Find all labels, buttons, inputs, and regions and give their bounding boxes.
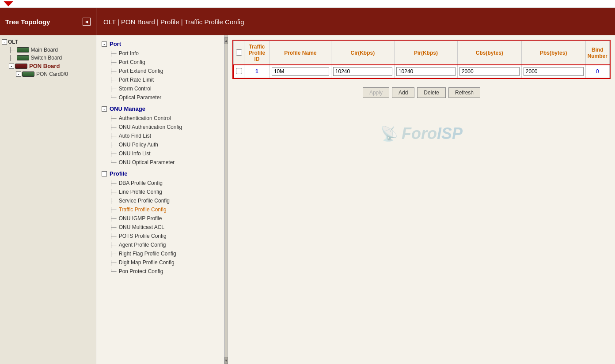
tree-item-olt[interactable]: - OLT xyxy=(2,38,94,46)
row-1-profile-name-cell[interactable] xyxy=(270,65,331,78)
tree-item-pon-card[interactable]: - PON Card0/0 xyxy=(2,70,94,78)
nav-item-traffic-profile[interactable]: Traffic Profile Config xyxy=(96,205,224,214)
main-board-icon xyxy=(17,47,29,53)
nav-item-onu-auth-config[interactable]: ONU Authentication Config xyxy=(96,123,224,131)
port-section-label: Port xyxy=(110,41,121,47)
onu-manage-expand-icon[interactable]: - xyxy=(102,106,107,112)
row-1-pir-input[interactable] xyxy=(396,67,456,76)
refresh-button[interactable]: Refresh xyxy=(448,87,480,98)
port-section-header[interactable]: - Port xyxy=(96,39,224,49)
nav-item-port-rate-limit[interactable]: Port Rate Limit xyxy=(96,75,224,84)
onu-manage-section-label: ONU Manage xyxy=(110,105,145,112)
row-1-pbs-cell[interactable] xyxy=(521,65,585,78)
split-pane: - Port Port Info Port Config Port Extend… xyxy=(96,35,615,364)
nav-item-pon-protect[interactable]: Pon Protect Config xyxy=(96,267,224,276)
watermark: 📡 ForoISP xyxy=(232,124,611,143)
col-header-profile-id: TrafficProfile ID xyxy=(244,41,270,65)
pon-board-expand[interactable]: - xyxy=(9,64,14,69)
pon-board-label: PON Board xyxy=(29,63,60,69)
scroll-divider: ▲ ▼ xyxy=(224,35,228,364)
nav-section-profile: - Profile DBA Profile Config Line Profil… xyxy=(96,169,224,276)
nav-item-auth-control[interactable]: Authentication Control xyxy=(96,114,224,123)
tree-item-switch-board[interactable]: ├─ Switch Board xyxy=(2,54,94,62)
nav-section-onu-manage: - ONU Manage Authentication Control ONU … xyxy=(96,104,224,167)
col-header-pir: Pir(Kbps) xyxy=(394,41,457,65)
sidebar-header: Tree Topology ◄ xyxy=(0,8,96,35)
watermark-text: ForoISP xyxy=(402,124,463,143)
pon-card-icon xyxy=(22,71,34,77)
row-1-pbs-input[interactable] xyxy=(524,67,584,76)
content-header: OLT | PON Board | Profile | Traffic Prof… xyxy=(96,8,615,35)
nav-item-optical-parameter[interactable]: Optical Parameter xyxy=(96,93,224,102)
pon-board-icon xyxy=(15,64,27,69)
nav-section-port: - Port Port Info Port Config Port Extend… xyxy=(96,39,224,102)
row-1-cir-input[interactable] xyxy=(333,67,392,76)
select-all-checkbox[interactable] xyxy=(236,49,242,56)
profile-section-header[interactable]: - Profile xyxy=(96,169,224,179)
tree-item-pon-board[interactable]: - PON Board xyxy=(2,62,94,70)
table-container: TrafficProfile ID Profile Name Cir(Kbps)… xyxy=(232,40,611,79)
delete-button[interactable]: Delete xyxy=(417,87,446,98)
button-row: Apply Add Delete Refresh xyxy=(232,87,611,98)
sidebar-title: Tree Topology xyxy=(5,18,50,26)
port-expand-icon[interactable]: - xyxy=(102,41,107,47)
nav-item-onu-igmp-profile[interactable]: ONU IGMP Profile xyxy=(96,214,224,223)
top-bar xyxy=(0,0,615,8)
nav-item-digit-map-profile[interactable]: Digit Map Profile Config xyxy=(96,258,224,267)
onu-manage-section-header[interactable]: - ONU Manage xyxy=(96,104,224,114)
main-board-label: Main Board xyxy=(31,47,58,53)
nav-pane: - Port Port Info Port Config Port Extend… xyxy=(96,35,224,364)
top-logo xyxy=(4,1,13,7)
switch-board-icon xyxy=(17,55,29,60)
pon-card-expand[interactable]: - xyxy=(16,71,21,77)
nav-item-right-flag-profile[interactable]: Right Flag Profile Config xyxy=(96,249,224,258)
profile-expand-icon[interactable]: - xyxy=(102,171,107,176)
watermark-icon: 📡 xyxy=(380,125,398,142)
nav-item-port-extend-config[interactable]: Port Extend Config xyxy=(96,67,224,75)
nav-item-port-info[interactable]: Port Info xyxy=(96,49,224,58)
nav-item-onu-multicast-acl[interactable]: ONU Multicast ACL xyxy=(96,223,224,232)
scroll-up-btn[interactable]: ▲ xyxy=(224,37,228,44)
profile-section-label: Profile xyxy=(110,170,127,177)
table-row: 1 xyxy=(234,65,610,78)
row-1-cbs-input[interactable] xyxy=(459,67,520,76)
row-1-profile-name-input[interactable] xyxy=(272,67,329,76)
nav-item-line-profile[interactable]: Line Profile Config xyxy=(96,188,224,196)
main-pane: TrafficProfile ID Profile Name Cir(Kbps)… xyxy=(228,35,615,364)
sidebar: Tree Topology ◄ - OLT ├─ Main Board ├─ S… xyxy=(0,8,96,364)
nav-item-onu-optical-param[interactable]: ONU Optical Parameter xyxy=(96,158,224,167)
nav-item-service-profile[interactable]: Service Profile Config xyxy=(96,196,224,205)
row-1-bind-number: 0 xyxy=(585,65,609,78)
olt-label: OLT xyxy=(8,39,18,45)
nav-item-onu-policy-auth[interactable]: ONU Policy Auth xyxy=(96,140,224,149)
nav-item-agent-profile[interactable]: Agent Profile Config xyxy=(96,240,224,249)
add-button[interactable]: Add xyxy=(392,87,414,98)
olt-expand[interactable]: - xyxy=(2,39,7,45)
traffic-profile-table: TrafficProfile ID Profile Name Cir(Kbps)… xyxy=(233,41,610,78)
switch-board-label: Switch Board xyxy=(31,55,62,61)
sidebar-tree: - OLT ├─ Main Board ├─ Switch Board - PO… xyxy=(0,35,96,364)
nav-item-pots-profile[interactable]: POTS Profile Config xyxy=(96,232,224,240)
row-1-checkbox[interactable] xyxy=(236,68,242,74)
col-header-bind-number: BindNumber xyxy=(585,41,609,65)
scroll-down-btn[interactable]: ▼ xyxy=(224,357,228,364)
col-header-cbs: Cbs(bytes) xyxy=(457,41,521,65)
col-header-cir: Cir(Kbps) xyxy=(331,41,394,65)
breadcrumb: OLT | PON Board | Profile | Traffic Prof… xyxy=(103,18,244,26)
col-header-checkbox xyxy=(234,41,244,65)
nav-item-auto-find-list[interactable]: Auto Find List xyxy=(96,131,224,140)
nav-item-dba-profile[interactable]: DBA Profile Config xyxy=(96,179,224,188)
row-1-pir-cell[interactable] xyxy=(394,65,457,78)
sidebar-collapse-button[interactable]: ◄ xyxy=(83,18,91,26)
nav-item-port-config[interactable]: Port Config xyxy=(96,58,224,67)
main-container: Tree Topology ◄ - OLT ├─ Main Board ├─ S… xyxy=(0,8,615,364)
row-1-cir-cell[interactable] xyxy=(331,65,394,78)
col-header-pbs: Pbs(bytes) xyxy=(521,41,585,65)
pon-card-label: PON Card0/0 xyxy=(36,71,68,77)
nav-item-storm-control[interactable]: Storm Control xyxy=(96,84,224,93)
row-checkbox-cell xyxy=(234,65,244,78)
tree-item-main-board[interactable]: ├─ Main Board xyxy=(2,46,94,54)
nav-item-onu-info-list[interactable]: ONU Info List xyxy=(96,149,224,158)
apply-button[interactable]: Apply xyxy=(363,87,389,98)
row-1-cbs-cell[interactable] xyxy=(457,65,521,78)
